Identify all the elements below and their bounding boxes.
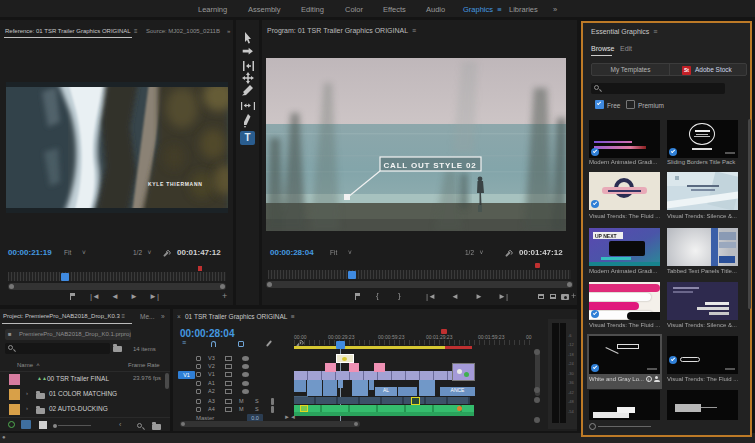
svg-text:KYLE THIERMANN: KYLE THIERMANN bbox=[148, 181, 203, 187]
svg-text:CALL OUT STYLE 02: CALL OUT STYLE 02 bbox=[383, 161, 476, 170]
